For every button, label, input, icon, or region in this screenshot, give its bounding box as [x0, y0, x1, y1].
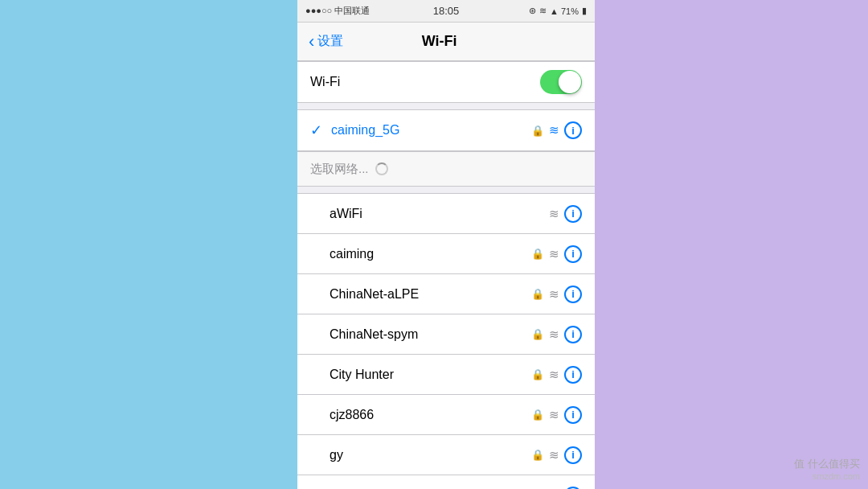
left-background: [0, 0, 297, 489]
wifi-toggle-row[interactable]: Wi-Fi: [297, 62, 595, 102]
info-icon-gy: i: [571, 449, 575, 461]
watermark-line1: 值 什么值得买: [794, 457, 860, 471]
network-row-caiming[interactable]: caiming 🔒 ≋ i: [297, 234, 595, 274]
connected-network-icons: 🔒 ≋ i: [531, 121, 582, 139]
cjz8866-icons: 🔒 ≋ i: [531, 406, 582, 424]
info-button-gy[interactable]: i: [564, 446, 582, 464]
info-icon: i: [571, 125, 575, 137]
signal-icon: ⊛: [529, 6, 536, 16]
phone-screen: ●●●○○ 中国联通 18:05 ⊛ ≋ ▲ 71% ▮ ‹ 设置 Wi-Fi …: [297, 0, 595, 489]
loading-section: 选取网络...: [297, 151, 595, 187]
lock-icon-chinanet-alpe: 🔒: [531, 288, 544, 300]
page-title: Wi-Fi: [422, 33, 457, 50]
network-name-cjz8866: cjz8866: [330, 408, 531, 422]
wifi-icon-chinanet-spym: ≋: [549, 327, 559, 342]
lock-icon-chinanet-spym: 🔒: [531, 328, 544, 340]
navigation-bar: ‹ 设置 Wi-Fi: [297, 23, 595, 61]
back-button[interactable]: ‹ 设置: [309, 31, 343, 52]
loading-text: 选取网络...: [310, 162, 369, 177]
info-button-caiming[interactable]: i: [564, 245, 582, 263]
awifi-icons: ≋ i: [549, 205, 582, 223]
chevron-left-icon: ‹: [309, 31, 314, 52]
wifi-status-icon: ≋: [539, 6, 547, 16]
wifi-signal-icon: ≋: [549, 123, 559, 138]
network-row-chinanet-spym[interactable]: ChinaNet-spym 🔒 ≋ i: [297, 314, 595, 355]
info-button-connected[interactable]: i: [564, 121, 582, 139]
network-row-cjz8866[interactable]: cjz8866 🔒 ≋ i: [297, 395, 595, 435]
info-icon-chinanet-alpe: i: [571, 288, 575, 300]
network-row-hn1a[interactable]: HN1A002F1Q00050 🔒 ≋ i: [297, 475, 595, 489]
gy-icons: 🔒 ≋ i: [531, 446, 582, 464]
info-button-cjz8866[interactable]: i: [564, 406, 582, 424]
status-battery: ⊛ ≋ ▲ 71% ▮: [529, 6, 587, 16]
lock-icon-city-hunter: 🔒: [531, 368, 544, 380]
checkmark-icon: ✓: [310, 121, 326, 139]
toggle-thumb: [559, 71, 581, 93]
lock-icon-gy: 🔒: [531, 449, 544, 461]
network-name-awifi: aWiFi: [330, 207, 549, 221]
battery-level: ▲ 71%: [550, 6, 579, 16]
wifi-content: Wi-Fi ✓ caiming_5G 🔒 ≋ i: [297, 61, 595, 489]
info-icon-caiming: i: [571, 248, 575, 260]
network-row-chinanet-alpe[interactable]: ChinaNet-aLPE 🔒 ≋ i: [297, 274, 595, 314]
status-bar: ●●●○○ 中国联通 18:05 ⊛ ≋ ▲ 71% ▮: [297, 0, 595, 23]
info-button-chinanet-spym[interactable]: i: [564, 326, 582, 343]
chinanet-alpe-icons: 🔒 ≋ i: [531, 286, 582, 303]
city-hunter-icons: 🔒 ≋ i: [531, 366, 582, 384]
lock-icon: 🔒: [531, 125, 544, 137]
network-row-city-hunter[interactable]: City Hunter 🔒 ≋ i: [297, 355, 595, 395]
lock-icon-caiming: 🔒: [531, 248, 544, 260]
info-icon-awifi: i: [571, 208, 575, 220]
right-background: 值 什么值得买 smzdm.com: [595, 0, 868, 489]
chinanet-spym-icons: 🔒 ≋ i: [531, 326, 582, 343]
connected-network-row[interactable]: ✓ caiming_5G 🔒 ≋ i: [297, 110, 595, 150]
info-button-awifi[interactable]: i: [564, 205, 582, 223]
wifi-toggle-label: Wi-Fi: [310, 75, 540, 89]
carrier-text: ●●●○○ 中国联通: [305, 5, 370, 17]
info-button-city-hunter[interactable]: i: [564, 366, 582, 384]
battery-icon: ▮: [582, 6, 587, 16]
info-button-chinanet-alpe[interactable]: i: [564, 286, 582, 303]
wifi-icon-cjz8866: ≋: [549, 408, 559, 422]
wifi-icon-chinanet-alpe: ≋: [549, 287, 559, 302]
info-icon-cjz8866: i: [571, 409, 575, 421]
info-icon-city-hunter: i: [571, 368, 575, 380]
wifi-icon-caiming: ≋: [549, 247, 559, 261]
wifi-icon-awifi: ≋: [549, 207, 559, 221]
back-label: 设置: [317, 33, 343, 50]
network-name-chinanet-alpe: ChinaNet-aLPE: [330, 287, 531, 302]
status-carrier: ●●●○○ 中国联通: [305, 5, 370, 17]
info-icon-chinanet-spym: i: [571, 328, 575, 340]
caiming-icons: 🔒 ≋ i: [531, 245, 582, 263]
network-name-gy: gy: [330, 448, 531, 462]
status-time: 18:05: [433, 5, 460, 17]
network-name-caiming: caiming: [330, 247, 531, 261]
network-row-awifi[interactable]: aWiFi ≋ i: [297, 194, 595, 234]
network-row-gy[interactable]: gy 🔒 ≋ i: [297, 435, 595, 475]
wifi-icon-gy: ≋: [549, 448, 559, 462]
watermark-line2: smzdm.com: [794, 471, 860, 481]
connected-network-name: caiming_5G: [331, 123, 531, 138]
watermark: 值 什么值得买 smzdm.com: [794, 457, 860, 481]
wifi-toggle-switch[interactable]: [540, 70, 582, 94]
network-name-city-hunter: City Hunter: [330, 368, 531, 382]
wifi-icon-city-hunter: ≋: [549, 368, 559, 382]
lock-icon-cjz8866: 🔒: [531, 409, 544, 421]
network-name-chinanet-spym: ChinaNet-spym: [330, 327, 531, 342]
networks-list: aWiFi ≋ i caiming 🔒 ≋ i: [297, 193, 595, 489]
loading-spinner: [375, 162, 388, 175]
